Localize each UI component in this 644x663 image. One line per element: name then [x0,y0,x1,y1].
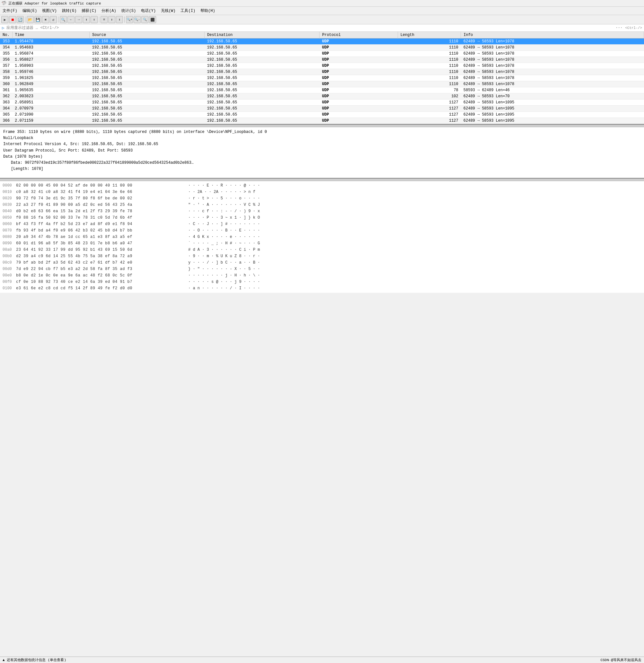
hex-row[interactable]: 00d07d e9 22 94 cb f7 b5 e3 a2 2d 58 fa … [0,266,644,272]
table-cell: 62489 → 58593 Len=70 [461,93,644,99]
table-cell: 192.168.50.65 [89,51,204,57]
detail-line: Internet Protocol Version 4, Src: 192.16… [3,141,641,147]
open-btn[interactable]: 📂 [27,16,34,23]
menu-item-e[interactable]: 编辑(E) [20,7,40,14]
table-cell: 2.071090 [12,112,89,118]
hex-row[interactable]: 0040d0 b2 e8 63 66 ea 15 3a 2d e1 2f f3 … [0,208,644,214]
table-cell: 1.954683 [12,45,89,51]
hex-row[interactable]: 00a023 64 41 92 33 17 99 dd 95 92 b1 43 … [0,247,644,253]
hex-row[interactable]: 0070fb 93 4f bd a4 f0 e9 06 42 b3 02 45 … [0,227,644,234]
menu-item-a[interactable]: 分析(A) [99,7,119,14]
table-row[interactable]: 3531.954478192.168.50.65192.168.50.65UDP… [0,39,644,45]
hex-row[interactable]: 002090 72 f0 74 3e d1 9c 35 7f 80 f8 6f … [0,195,644,202]
hex-row[interactable]: 009060 01 d1 96 a8 5f 3b 85 48 23 01 7e … [0,240,644,247]
hex-ascii: · · · c f · · : - · / · ) 9 · x [183,208,260,214]
colorize-btn[interactable]: ≡ [101,16,108,23]
menu-item-y[interactable]: 电话(Y) [138,7,158,14]
table-cell: 353 [0,39,12,45]
table-row[interactable]: 3561.958827192.168.50.65192.168.50.65UDP… [0,57,644,63]
table-row[interactable]: 3591.961825192.168.50.65192.168.50.65UDP… [0,75,644,81]
hex-row[interactable]: 000002 00 00 00 45 00 04 52 af de 00 00 … [0,182,644,189]
hex-bytes: 02 00 00 00 45 00 04 52 af de 00 00 40 1… [16,183,183,188]
table-cell: 78 [398,87,461,93]
menu-item-i[interactable]: 工具(I) [178,7,198,14]
col-length[interactable]: Length [398,32,461,39]
hex-row[interactable]: 003022 a3 27 f0 41 89 90 00 a5 d2 0c ed … [0,202,644,208]
zoom-normal-btn[interactable]: 🔍 [141,16,148,23]
table-cell: 1127 [398,112,461,118]
table-row[interactable]: 3652.071090192.168.50.65192.168.50.65UDP… [0,112,644,118]
menu-item-c[interactable]: 捕获(C) [79,7,99,14]
table-cell: 192.168.50.65 [89,99,204,106]
col-time[interactable]: Time [12,32,89,39]
zoom-in-btn[interactable]: ⬇ [116,16,123,23]
table-row[interactable]: 3581.959746192.168.50.65192.168.50.65UDP… [0,69,644,75]
menu-item-s[interactable]: 统计(S) [119,7,139,14]
back-btn[interactable]: ← [67,16,74,23]
hex-row[interactable]: 0100e3 61 6e e2 c8 cd cd f5 14 2f 89 49 … [0,285,644,292]
table-row[interactable]: 3632.058951192.168.50.65192.168.50.65UDP… [0,99,644,106]
zoom-in-btn2[interactable]: 🔍+ [126,16,133,23]
col-protocol[interactable]: Protocol [319,32,398,39]
table-cell: 357 [0,63,12,69]
table-cell: 192.168.50.65 [204,63,319,69]
hex-offset: 0030 [0,202,16,208]
col-source[interactable]: Source [89,32,204,39]
hex-bytes: d0 b2 e8 63 66 ea 15 3a 2d e1 2f f3 29 3… [16,208,183,214]
reload-btn[interactable]: ↺ [50,16,57,23]
table-row[interactable]: 3662.071159192.168.50.65192.168.50.65UDP… [0,118,644,124]
menu-item-w[interactable]: 无线(W) [158,7,178,14]
close-btn[interactable]: ✖ [42,16,49,23]
table-row[interactable]: 3551.956874192.168.50.65192.168.50.65UDP… [0,51,644,57]
filter-input[interactable] [6,26,613,30]
first-btn[interactable]: ⬇ [91,16,98,23]
table-cell: 192.168.50.65 [204,81,319,87]
table-row[interactable]: 3642.070979192.168.50.65192.168.50.65UDP… [0,106,644,112]
table-cell: 192.168.50.65 [204,69,319,75]
table-row[interactable]: 3611.965635192.168.50.65192.168.50.65UDP… [0,87,644,93]
col-no[interactable]: No. [0,32,12,39]
divider-1[interactable] [0,124,644,127]
menu-item-f[interactable]: 文件(F) [0,7,20,14]
start-capture-btn[interactable]: ▶ [1,16,8,23]
hex-row[interactable]: 00c079 bf ab bd 2f a3 5d 62 43 c2 e7 61 … [0,259,644,266]
col-info[interactable]: Info [461,32,644,39]
hex-bytes: b8 0e d2 1e 0c 0e ea 9e 6a ac 48 f2 68 0… [16,273,183,278]
hex-row[interactable]: 00f0cf 0e 10 88 92 73 40 ce e2 14 6a 39 … [0,279,644,285]
hex-row[interactable]: 00b0d2 39 a4 c9 6d 14 25 55 4b 75 5a 38 … [0,253,644,259]
find-btn[interactable]: 🔍 [60,16,67,23]
table-row[interactable]: 3622.003823192.168.50.65192.168.50.65UDP… [0,93,644,99]
table-cell: 192.168.50.65 [89,106,204,112]
table-cell: 192.168.50.65 [89,87,204,93]
menu-item-g[interactable]: 跳转(G) [60,7,79,14]
forward-btn[interactable]: → [75,16,82,23]
hex-row[interactable]: 00e0b8 0e d2 1e 0c 0e ea 9e 6a ac 48 f2 … [0,272,644,279]
table-cell: UDP [319,75,398,81]
hex-bytes: f0 88 16 fa 50 92 00 33 7e 78 31 c0 5d 7… [16,215,183,221]
table-header-row: No. Time Source Destination Protocol Len… [0,32,644,39]
table-cell: 192.168.50.65 [204,112,319,118]
table-row[interactable]: 3571.958903192.168.50.65192.168.50.65UDP… [0,63,644,69]
menu-item-v[interactable]: 视图(V) [40,7,60,14]
col-destination[interactable]: Destination [204,32,319,39]
menu-item-h[interactable]: 帮助(H) [198,7,218,14]
hex-row[interactable]: 0050f0 88 16 fa 50 92 00 33 7e 78 31 c0 … [0,214,644,221]
zoom-out-btn[interactable]: 🔍- [134,16,141,23]
filter-bar[interactable]: ▷ ··· <Ctrl-/> [0,24,644,32]
hex-bytes: 7d e9 22 94 cb f7 b5 e3 a2 2d 58 fa 8f 3… [16,266,183,272]
restart-capture-btn[interactable]: 🔄 [17,16,24,23]
save-btn[interactable]: 💾 [35,16,41,23]
hex-bytes: fb 93 4f bd a4 f0 e9 06 42 b3 02 45 b8 d… [16,228,183,233]
resize-columns-btn[interactable]: ⬛ [149,16,156,23]
divider-2[interactable] [0,179,644,181]
stop-capture-btn[interactable]: ⏹ [9,16,16,23]
table-row[interactable]: 3541.954683192.168.50.65192.168.50.65UDP… [0,45,644,51]
status-left[interactable]: ▲ 还有其他数据包统计信息 (单击查看) [3,658,66,662]
table-cell: 1.956874 [12,51,89,57]
hex-row[interactable]: 0060bf 43 f3 ff 4a ff b2 5d 23 e7 ad 8f … [0,221,644,227]
hex-row[interactable]: 008020 a9 34 47 4b 78 ae 1d cc 65 a1 e3 … [0,234,644,240]
hex-row[interactable]: 0010c0 a8 32 41 c0 a8 32 41 f4 19 e4 e1 … [0,189,644,195]
table-row[interactable]: 3601.962849192.168.50.65192.168.50.65UDP… [0,81,644,87]
scroll-live-btn[interactable]: ⬆ [83,16,90,23]
auto-scroll-btn[interactable]: ⬆ [108,16,115,23]
